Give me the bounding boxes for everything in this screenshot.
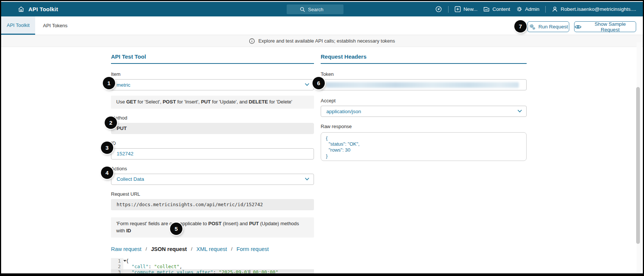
nav-item-admin[interactable]: Admin: [516, 6, 539, 12]
annotation-badge-4: 4: [101, 167, 113, 179]
nav-item-user[interactable]: Robert.isaenko@metricinsights....: [552, 6, 636, 12]
editor-line: 4 }: [111, 275, 314, 276]
accept-label: Accept: [321, 98, 527, 103]
tab-bar: API Toolkit API Tokens Run Request Show …: [1, 16, 643, 35]
id-field[interactable]: 152742: [111, 148, 314, 159]
info-icon: [249, 38, 255, 44]
nav-divider: [448, 6, 449, 13]
item-label: Item: [111, 71, 314, 77]
section-title-api-test-tool: API Test Tool: [111, 53, 314, 64]
token-field[interactable]: [321, 79, 527, 90]
form-request-note: 'Form request' fields are only applicabl…: [111, 217, 314, 238]
token-label: Token: [321, 71, 527, 77]
section-title-request-headers: Request Headers: [321, 53, 527, 64]
chevron-down-icon: [517, 109, 522, 113]
annotation-badge-6: 6: [312, 77, 325, 89]
run-gears-icon: [529, 24, 536, 30]
nav-item-content[interactable]: Content: [483, 6, 510, 12]
link-xml-request[interactable]: XML request: [197, 246, 227, 252]
eye-icon: [574, 24, 582, 30]
annotation-badge-7: 7: [514, 20, 527, 32]
gear-icon: [516, 6, 523, 12]
method-field: PUT: [111, 123, 314, 134]
info-banner: Explore and test available API calls; es…: [1, 35, 643, 47]
link-raw-request[interactable]: Raw request: [111, 246, 141, 252]
app-window: API Toolkit: [0, 0, 644, 276]
annotation-badge-5: 5: [170, 223, 182, 235]
accept-select[interactable]: application/json: [321, 106, 527, 117]
home-icon[interactable]: [18, 6, 25, 13]
annotation-badge-3: 3: [101, 142, 113, 154]
link-json-request[interactable]: JSON request: [151, 246, 187, 252]
editor-line: 1 {: [111, 258, 314, 264]
editor-line-active: 3 "compute_metric_values_after": "2025-0…: [111, 269, 314, 275]
id-label: ID: [111, 140, 314, 146]
nav-item-new[interactable]: New...: [455, 6, 478, 12]
editor-line: 2 "call": "collect",: [111, 264, 314, 269]
user-email: Robert.isaenko@metricinsights....: [561, 6, 636, 12]
chevron-down-icon: [305, 177, 309, 181]
info-banner-text: Explore and test available API calls; es…: [258, 38, 395, 44]
scrollbar-thumb[interactable]: [636, 87, 640, 244]
request-headers-section: Request Headers Token Accept application…: [321, 53, 527, 161]
annotation-badge-2: 2: [105, 117, 117, 129]
raw-response-label: Raw response: [321, 124, 527, 129]
request-url-label: Request URL: [111, 191, 314, 197]
request-url-field: https://docs.metricinsights.com/api/metr…: [111, 199, 314, 210]
tab-api-toolkit[interactable]: API Toolkit: [1, 16, 35, 35]
method-help-text: Use GET for 'Select', POST for 'Insert',…: [111, 96, 314, 109]
json-request-editor[interactable]: 1 { 2 "call": "collect", 3 "compute_metr…: [111, 258, 314, 276]
api-test-tool-section: API Test Tool Item metric Use GET for 'S…: [111, 53, 314, 276]
content-icon: [483, 6, 490, 12]
request-format-links: Raw request / JSON request / XML request…: [111, 246, 314, 252]
run-request-button[interactable]: Run Request: [527, 21, 569, 32]
actions-label: Actions: [111, 166, 314, 171]
link-form-request[interactable]: Form request: [237, 246, 269, 252]
top-navbar: API Toolkit: [1, 2, 643, 16]
show-sample-request-button[interactable]: Show Sample Request: [574, 21, 636, 32]
assistant-icon[interactable]: [435, 6, 442, 13]
search-box[interactable]: [287, 4, 343, 14]
actions-select[interactable]: Collect Data: [111, 174, 314, 185]
item-select[interactable]: metric: [111, 79, 314, 90]
app-title: API Toolkit: [28, 6, 58, 12]
user-icon: [552, 6, 558, 12]
nav-divider: [545, 6, 546, 13]
tab-api-tokens[interactable]: API Tokens: [37, 16, 73, 35]
chevron-down-icon: [305, 83, 309, 86]
fold-caret-icon[interactable]: [123, 260, 126, 262]
vertical-scrollbar: [637, 42, 642, 273]
search-icon: [300, 7, 305, 12]
new-icon: [455, 6, 461, 12]
raw-response-textarea[interactable]: { "status": "OK", "rows": 30}: [321, 132, 527, 161]
search-input[interactable]: [308, 7, 330, 12]
token-redacted-value: [326, 82, 519, 88]
annotation-badge-1: 1: [103, 77, 115, 89]
method-label: Method: [111, 115, 314, 121]
